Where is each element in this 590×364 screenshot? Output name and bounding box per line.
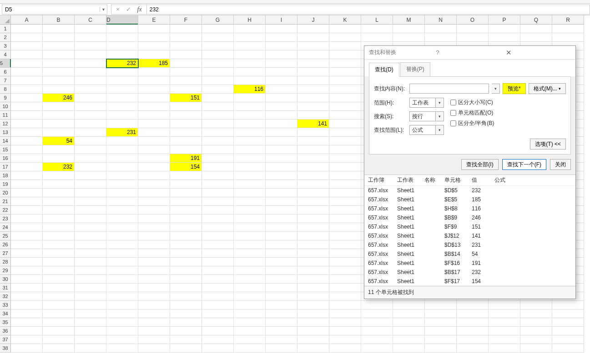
- row-header-1[interactable]: 1: [0, 25, 11, 33]
- cell-D32[interactable]: [106, 292, 138, 301]
- cell-Q2[interactable]: [520, 33, 552, 42]
- cell-E25[interactable]: [138, 232, 170, 240]
- cell-D13[interactable]: 231: [106, 128, 138, 137]
- cell-C34[interactable]: [75, 309, 106, 318]
- cell-B23[interactable]: [43, 214, 75, 223]
- column-header-M[interactable]: M: [393, 15, 425, 25]
- name-box-dropdown-icon[interactable]: ▾: [100, 7, 107, 12]
- cell-C22[interactable]: [75, 206, 106, 214]
- cell-C36[interactable]: [75, 327, 106, 335]
- cell-E5[interactable]: 185: [138, 59, 170, 68]
- cell-B8[interactable]: [43, 85, 75, 94]
- cell-N37[interactable]: [425, 335, 457, 344]
- row-header-22[interactable]: 22: [0, 206, 11, 214]
- cell-A21[interactable]: [11, 197, 43, 206]
- cell-R33[interactable]: [552, 301, 584, 309]
- cell-K8[interactable]: [329, 85, 361, 94]
- cell-D9[interactable]: [106, 94, 138, 102]
- cell-K15[interactable]: [329, 145, 361, 154]
- cell-C12[interactable]: [75, 120, 106, 128]
- cell-D33[interactable]: [106, 301, 138, 309]
- cell-I12[interactable]: [266, 120, 298, 128]
- cell-F34[interactable]: [170, 309, 202, 318]
- cell-Q33[interactable]: [520, 301, 552, 309]
- cell-K2[interactable]: [329, 33, 361, 42]
- cell-E33[interactable]: [138, 301, 170, 309]
- row-header-25[interactable]: 25: [0, 232, 11, 240]
- cell-H3[interactable]: [234, 42, 266, 50]
- cell-J10[interactable]: [298, 102, 329, 111]
- cell-K23[interactable]: [329, 214, 361, 223]
- cell-B12[interactable]: [43, 120, 75, 128]
- row-header-30[interactable]: 30: [0, 275, 11, 284]
- cell-I34[interactable]: [266, 309, 298, 318]
- cell-C28[interactable]: [75, 258, 106, 266]
- cell-M1[interactable]: [393, 25, 425, 33]
- cell-Q36[interactable]: [520, 327, 552, 335]
- cell-L35[interactable]: [361, 318, 393, 327]
- row-header-8[interactable]: 8: [0, 85, 11, 94]
- cell-A30[interactable]: [11, 275, 43, 284]
- cell-E1[interactable]: [138, 25, 170, 33]
- cell-D31[interactable]: [106, 284, 138, 292]
- col-cell[interactable]: 单元格: [444, 176, 472, 184]
- cell-A2[interactable]: [11, 33, 43, 42]
- cell-I20[interactable]: [266, 189, 298, 197]
- cell-E8[interactable]: [138, 85, 170, 94]
- cell-O36[interactable]: [457, 327, 489, 335]
- cell-I22[interactable]: [266, 206, 298, 214]
- cell-E13[interactable]: [138, 128, 170, 137]
- cell-E6[interactable]: [138, 68, 170, 76]
- cell-L38[interactable]: [361, 344, 393, 353]
- cell-K18[interactable]: [329, 171, 361, 180]
- column-header-Q[interactable]: Q: [520, 15, 552, 25]
- match-case-checkbox[interactable]: 区分大小写(C): [450, 99, 494, 106]
- cell-B31[interactable]: [43, 284, 75, 292]
- cell-F14[interactable]: [170, 137, 202, 145]
- cell-C10[interactable]: [75, 102, 106, 111]
- column-header-P[interactable]: P: [489, 15, 520, 25]
- cell-E12[interactable]: [138, 120, 170, 128]
- cell-F29[interactable]: [170, 266, 202, 275]
- cell-F12[interactable]: [170, 120, 202, 128]
- close-button[interactable]: 关闭: [550, 159, 571, 170]
- cell-C19[interactable]: [75, 180, 106, 189]
- cell-A27[interactable]: [11, 249, 43, 258]
- cell-A16[interactable]: [11, 154, 43, 163]
- cell-I17[interactable]: [266, 163, 298, 171]
- cell-J1[interactable]: [298, 25, 329, 33]
- formula-input[interactable]: [146, 5, 590, 15]
- cell-I11[interactable]: [266, 111, 298, 120]
- cell-A37[interactable]: [11, 335, 43, 344]
- cell-C23[interactable]: [75, 214, 106, 223]
- match-whole-input[interactable]: [450, 110, 456, 116]
- cell-F30[interactable]: [170, 275, 202, 284]
- cell-B37[interactable]: [43, 335, 75, 344]
- cell-C30[interactable]: [75, 275, 106, 284]
- cell-K20[interactable]: [329, 189, 361, 197]
- cell-B29[interactable]: [43, 266, 75, 275]
- find-next-button[interactable]: 查找下一个(F): [502, 159, 546, 170]
- col-worksheet[interactable]: 工作表: [397, 176, 424, 184]
- cell-I1[interactable]: [266, 25, 298, 33]
- cell-A13[interactable]: [11, 128, 43, 137]
- cell-G28[interactable]: [202, 258, 234, 266]
- cell-B11[interactable]: [43, 111, 75, 120]
- column-header-R[interactable]: R: [552, 15, 584, 25]
- cell-C9[interactable]: [75, 94, 106, 102]
- cell-H19[interactable]: [234, 180, 266, 189]
- cell-E7[interactable]: [138, 76, 170, 85]
- cell-E32[interactable]: [138, 292, 170, 301]
- cell-J36[interactable]: [298, 327, 329, 335]
- cell-H30[interactable]: [234, 275, 266, 284]
- row-header-14[interactable]: 14: [0, 137, 11, 145]
- cell-E14[interactable]: [138, 137, 170, 145]
- cell-G19[interactable]: [202, 180, 234, 189]
- cell-K27[interactable]: [329, 249, 361, 258]
- col-value[interactable]: 值: [472, 176, 494, 184]
- cell-O34[interactable]: [457, 309, 489, 318]
- cell-L36[interactable]: [361, 327, 393, 335]
- cell-C2[interactable]: [75, 33, 106, 42]
- cell-K37[interactable]: [329, 335, 361, 344]
- row-header-28[interactable]: 28: [0, 258, 11, 266]
